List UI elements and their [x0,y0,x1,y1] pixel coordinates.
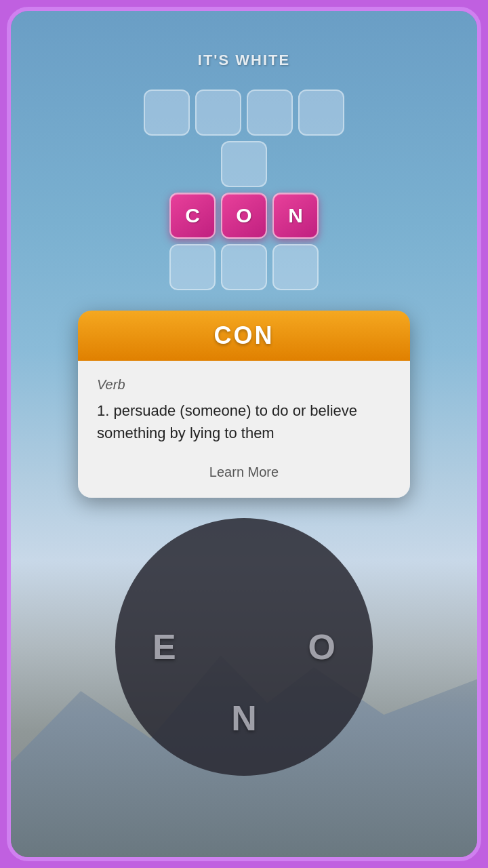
grid-row-2 [221,141,267,187]
card-body: Verb 1. persuade (someone) to do or beli… [78,361,410,498]
tile-4-3 [272,244,319,290]
puzzle-grid: C O N [144,90,344,290]
tile-4-1 [169,244,216,290]
definition-body: persuade (someone) to do or believe some… [97,402,357,441]
card-word: CON [214,321,274,349]
tile-3-o: O [221,193,267,239]
wheel-letter-o[interactable]: O [308,627,336,667]
card-definition: 1. persuade (someone) to do or believe s… [97,399,391,444]
tile-3-n: N [272,193,319,239]
tile-3-c: C [169,193,216,239]
definition-card: CON Verb 1. persuade (someone) to do or … [78,311,410,498]
part-of-speech: Verb [97,377,391,393]
game-content: IT'S WHITE C O N [11,11,477,857]
tile-1-2 [195,90,241,136]
grid-row-1 [144,90,344,136]
tile-1-1 [144,90,190,136]
definition-number: 1. [97,402,109,419]
tile-2-1 [221,141,267,187]
game-screen: IT'S WHITE C O N [7,7,481,861]
tile-1-3 [247,90,293,136]
wheel-letter-e[interactable]: E [152,627,176,667]
card-header: CON [78,311,410,361]
tile-4-2 [221,244,267,290]
learn-more-button[interactable]: Learn More [97,458,391,487]
letter-wheel[interactable]: E O N [115,518,373,776]
hint-text: IT'S WHITE [198,52,290,69]
grid-row-4 [169,244,319,290]
wheel-letter-n[interactable]: N [231,698,257,738]
tile-1-4 [298,90,344,136]
grid-row-3: C O N [169,193,319,239]
